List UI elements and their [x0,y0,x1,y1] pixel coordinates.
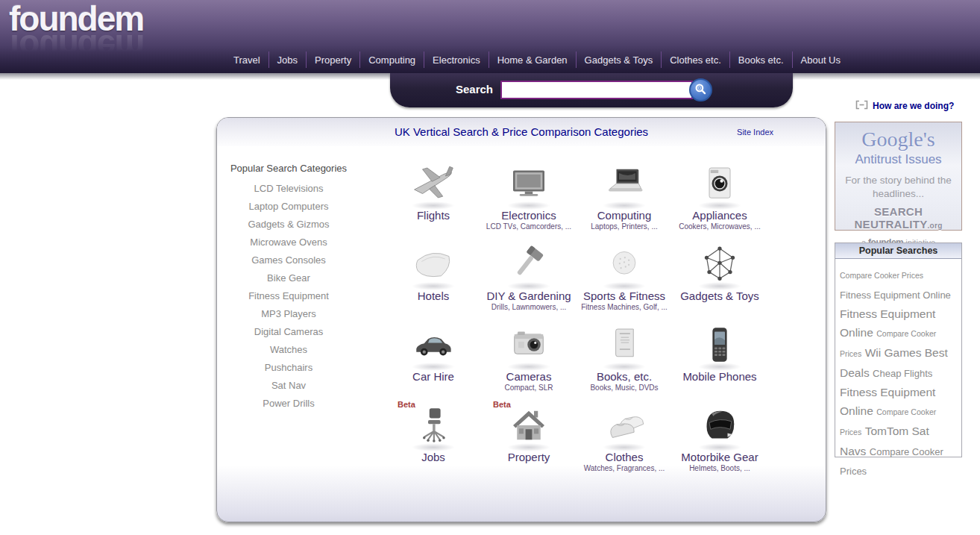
nav-item[interactable]: Clothes etc. [661,51,729,68]
airplane-icon [386,157,481,204]
category-label: Jobs [386,451,481,463]
popular-category-item[interactable]: Gadgets & Gizmos [226,216,351,234]
popular-category-item[interactable]: Power Drills [226,395,351,413]
category-label: Cameras [481,370,577,383]
category-subtitle: LCD TVs, Camcorders, ... [481,222,577,231]
categories-panel: UK Vertical Search & Price Comparison Ca… [216,117,826,522]
popular-category-item[interactable]: Sat Nav [226,377,351,395]
category-cell[interactable]: Motorbike Gear Helmets, Boots, ... [672,398,767,479]
site-index-link[interactable]: Site Index [737,128,773,137]
category-cell[interactable]: Beta Property [481,398,577,479]
nav-item-label: Home & Garden [497,54,568,66]
category-cell[interactable]: Flights [386,157,481,237]
search-bar: Search [390,73,793,107]
popular-category-item[interactable]: Microwave Ovens [226,234,351,251]
search-label: Search [456,83,493,96]
popular-category-item[interactable]: Pushchairs [226,359,351,377]
promo-site-tld: .org [927,222,942,230]
laptop-icon [577,157,672,204]
feedback-link[interactable]: How are we doing? [855,99,954,113]
category-cell[interactable]: DIY & Gardening Drills, Lawnmowers, ... [481,237,577,318]
category-subtitle: Books, Music, DVDs [577,384,672,392]
nav-item-label: Jobs [277,54,298,66]
category-label: Computing [577,209,672,222]
category-label: Sports & Fitness [577,290,672,302]
popular-category-item[interactable]: Laptop Computers [226,198,351,216]
nav-item-label: Gadgets & Toys [585,54,653,66]
tv-icon [481,157,577,204]
nav-item[interactable]: Electronics [424,51,489,68]
promo-site-name: SEARCH NEUTRALITY.org [835,205,961,231]
hammer-icon [481,237,577,285]
popular-search-tag[interactable]: Compare Cooker Prices [840,271,923,280]
popular-search-tag[interactable]: Cheap Flights [873,368,932,379]
popular-category-item[interactable]: Digital Cameras [226,323,351,341]
popular-category-item[interactable]: Fitness Equipment [226,287,351,305]
category-cell[interactable]: Electronics LCD TVs, Camcorders, ... [481,157,577,237]
nav-item-label: Computing [368,54,415,66]
category-label: Property [481,451,577,463]
search-input[interactable] [500,81,693,99]
feedback-bracket-icon [855,99,868,113]
category-label: Clothes [577,451,672,463]
category-subtitle: Laptops, Printers, ... [577,222,672,231]
popular-category-item[interactable]: Bike Gear [226,269,351,287]
promo-body-text: For the story behind the headlines... [844,174,953,200]
nav-item-label: Property [315,54,351,66]
search-neutrality-promo[interactable]: Google's Antitrust Issues For the story … [835,122,962,231]
category-cell[interactable]: Appliances Cookers, Microwaves, ... [672,157,767,237]
popular-categories-title: Popular Search Categories [226,163,351,174]
nav-item[interactable]: Property [306,51,359,68]
pillow-icon [386,237,481,285]
category-cell[interactable]: Beta Jobs [386,398,481,479]
washing-machine-icon [672,157,767,204]
nav-item[interactable]: Books etc. [729,51,792,68]
nav-item[interactable]: Gadgets & Toys [576,51,662,68]
foundem-logo[interactable]: foundem foundem [9,1,143,64]
category-cell[interactable]: Cameras Compact, SLR [481,318,577,398]
category-cell[interactable]: Gadgets & Toys [672,237,767,318]
search-button[interactable] [689,78,712,101]
category-cell[interactable]: Computing Laptops, Printers, ... [577,157,672,237]
category-subtitle: Fitness Machines, Golf, ... [577,303,672,311]
nav-item[interactable]: Computing [359,51,424,68]
nav-item[interactable]: Jobs [268,51,306,68]
category-subtitle: Compact, SLR [481,384,577,392]
golf-ball-icon [577,237,672,285]
nav-item-label: Clothes etc. [670,54,721,66]
promo-googles-text: Google's [835,128,961,151]
popular-search-categories: Popular Search Categories LCD Television… [226,163,351,413]
popular-category-item[interactable]: Watches [226,341,351,359]
popular-search-tag[interactable]: Fitness Equipment Online [840,290,951,301]
category-cell[interactable]: Clothes Watches, Fragrances, ... [577,398,672,479]
geodesic-toy-icon [672,237,767,285]
promo-antitrust-text: Antitrust Issues [835,152,961,167]
category-label: Motorbike Gear [672,451,767,463]
category-grid: Flights Electronics LCD TVs, Camcorders,… [386,157,767,479]
popular-searches-tag-cloud: Compare Cooker Prices Fitness Equipment … [835,259,961,481]
main-nav: TravelJobsPropertyComputingElectronicsHo… [225,51,849,68]
nav-item[interactable]: Travel [225,51,268,68]
popular-category-item[interactable]: Games Consoles [226,251,351,269]
popular-category-item[interactable]: MP3 Players [226,305,351,323]
site-header: foundem foundem TravelJobsPropertyComput… [0,0,980,73]
category-label: Hotels [386,290,481,302]
popular-category-item[interactable]: LCD Televisions [226,180,351,198]
mobile-phone-icon [672,318,767,366]
nav-item[interactable]: About Us [792,51,849,68]
nav-item[interactable]: Home & Garden [489,51,576,68]
shoes-icon [577,398,672,446]
category-label: Electronics [481,209,577,222]
camera-icon [481,318,577,366]
category-cell[interactable]: Mobile Phones [672,318,767,398]
category-label: Books, etc. [577,370,672,383]
category-subtitle: Watches, Fragrances, ... [577,464,672,472]
category-cell[interactable]: Car Hire [386,318,481,398]
category-cell[interactable]: Books, etc. Books, Music, DVDs [577,318,672,398]
panel-header: UK Vertical Search & Price Comparison Ca… [217,118,826,146]
category-cell[interactable]: Hotels [386,237,481,318]
nav-item-label: Travel [233,54,260,66]
category-subtitle: Helmets, Boots, ... [672,464,767,472]
foundem-homepage: foundem foundem TravelJobsPropertyComput… [0,0,980,535]
category-cell[interactable]: Sports & Fitness Fitness Machines, Golf,… [577,237,672,318]
